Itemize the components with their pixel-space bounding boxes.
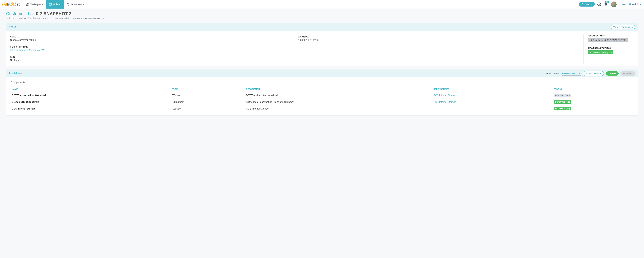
table-row: Dremio SQL Output Port Outputport All th… bbox=[11, 99, 633, 105]
about-main: NAME finance.customer-risk.0.2 CREATED A… bbox=[10, 34, 584, 64]
shield-icon bbox=[66, 3, 70, 6]
search-label: Search bbox=[585, 3, 592, 5]
notif-badge: 99+ bbox=[605, 1, 610, 3]
col-dep[interactable]: DEPENDENCIES bbox=[432, 87, 553, 92]
comp-type: Workload bbox=[172, 92, 245, 99]
release-status-version: (0.2-SNAPSHOT-2) bbox=[607, 39, 626, 41]
comp-name: Dremio SQL Output Port bbox=[11, 99, 172, 105]
comp-desc: DBT Transformation Workload bbox=[245, 92, 432, 99]
breadcrumb-item[interactable]: Customer Risk bbox=[53, 17, 69, 20]
name-value: finance.customer-risk.0.2 bbox=[10, 39, 291, 41]
nav-label: Marketplace bbox=[30, 3, 43, 6]
nav-label: Builder bbox=[53, 3, 61, 6]
release-status-label: RELEASE STATUS bbox=[588, 35, 634, 37]
breadcrumb-item[interactable]: Software Catalog bbox=[30, 17, 49, 20]
grid-icon bbox=[26, 3, 29, 6]
main-nav: Marketplace Builder Governance bbox=[23, 0, 87, 8]
code-icon bbox=[49, 3, 52, 6]
view-in-marketplace-button[interactable]: View in Marketplace bbox=[611, 25, 635, 29]
status-badge: DEPLOYED (0.1) bbox=[554, 107, 571, 110]
settings-button[interactable] bbox=[598, 2, 601, 6]
provisioning-panel: Provisioning Environment: Development Sh… bbox=[6, 70, 638, 115]
check-icon bbox=[589, 51, 592, 54]
provisioning-title: Provisioning bbox=[9, 72, 24, 75]
dp-status-version: (0.1) bbox=[607, 51, 612, 54]
svg-rect-1 bbox=[28, 3, 28, 4]
about-title: About bbox=[9, 25, 16, 28]
page: Customer Risk 0.2-SNAPSHOT-2 witboost/ B… bbox=[0, 9, 644, 126]
nav-builder[interactable]: Builder bbox=[46, 0, 64, 8]
breadcrumb-item[interactable]: witboost bbox=[6, 17, 15, 20]
breadcrumb-item[interactable]: Release bbox=[73, 17, 82, 20]
col-status[interactable]: STATUS bbox=[553, 87, 633, 92]
col-name[interactable]: NAME bbox=[11, 87, 172, 92]
env-dropdown[interactable]: Development bbox=[562, 71, 581, 76]
dp-status-text: Development bbox=[593, 51, 606, 54]
col-desc[interactable]: DESCRIPTION bbox=[245, 87, 432, 92]
nav-label: Governance bbox=[71, 3, 84, 6]
created-value: 2024/03/28 11:27:06 bbox=[298, 39, 578, 41]
about-panel: About View in Marketplace NAME finance.c… bbox=[6, 23, 638, 66]
svg-rect-3 bbox=[28, 4, 28, 5]
svg-rect-0 bbox=[26, 3, 27, 4]
show-descriptor-button[interactable]: Show Descriptor bbox=[583, 71, 604, 76]
components-table: NAME TYPE DESCRIPTION DEPENDENCIES STATU… bbox=[11, 87, 633, 112]
comp-name: GCS Internal Storage bbox=[11, 105, 172, 112]
repo-label: REPOSITORY LINK bbox=[10, 46, 578, 48]
breadcrumb-item[interactable]: Builder bbox=[19, 17, 26, 20]
svg-point-5 bbox=[582, 3, 584, 5]
cancel-circle-icon bbox=[589, 39, 592, 41]
tags-label: TAGS bbox=[10, 56, 578, 58]
user-menu[interactable]: Lorenzo Pirazzini bbox=[620, 3, 641, 6]
svg-point-6 bbox=[599, 4, 600, 5]
dp-status-label: DATA PRODUCT STATUS bbox=[588, 47, 634, 49]
status-badge: DEPLOYED (0.1) bbox=[554, 100, 571, 104]
breadcrumb-current: 0.2-SNAPSHOT-2 bbox=[85, 17, 106, 20]
environment-selector: Environment: Development bbox=[546, 71, 581, 76]
name-label: NAME bbox=[10, 36, 291, 38]
top-actions: 99+ Lorenzo Pirazzini bbox=[598, 1, 641, 7]
env-label: Environment: bbox=[546, 72, 560, 75]
status-badge: NOT DEPLOYED bbox=[554, 94, 571, 97]
created-label: CREATED AT bbox=[298, 36, 578, 38]
comp-desc: GCS Internal Storage bbox=[245, 105, 432, 112]
page-title: Customer Risk 0.2-SNAPSHOT-2 bbox=[6, 11, 638, 16]
components-subtitle: Components bbox=[11, 81, 633, 84]
search-button[interactable]: Search bbox=[579, 2, 594, 6]
provisioning-header: Provisioning Environment: Development Sh… bbox=[6, 70, 638, 77]
undeploy-button: Undeploy bbox=[620, 71, 635, 76]
comp-type: Outputport bbox=[172, 99, 245, 105]
nav-governance[interactable]: Governance bbox=[64, 0, 87, 8]
logo[interactable]: witbst bbox=[2, 2, 20, 6]
breadcrumb: witboost/ Builder/ Software Catalog/ Cus… bbox=[6, 17, 638, 20]
title-name: Customer Risk bbox=[6, 11, 35, 16]
chevron-down-icon bbox=[639, 3, 641, 5]
topbar: witbst Marketplace Builder Governance Se… bbox=[0, 0, 644, 9]
user-name-label: Lorenzo Pirazzini bbox=[620, 3, 638, 6]
title-version: 0.2-SNAPSHOT-2 bbox=[36, 11, 72, 16]
table-row: GCS Internal Storage Storage GCS Interna… bbox=[11, 105, 633, 112]
about-side: RELEASE STATUS Development (0.2-SNAPSHOT… bbox=[584, 34, 634, 64]
comp-desc: All the most important risk traits of a … bbox=[245, 99, 432, 105]
repo-link[interactable]: https://gitlab.com/AgileFactory/W... bbox=[10, 49, 578, 51]
search-icon bbox=[582, 3, 584, 5]
nav-marketplace[interactable]: Marketplace bbox=[23, 0, 46, 8]
deploy-button[interactable]: Deploy bbox=[606, 71, 618, 76]
release-status-chip: Development (0.2-SNAPSHOT-2) bbox=[588, 38, 628, 42]
dependency-link[interactable]: GCS Internal Storage bbox=[433, 94, 456, 97]
comp-name: DBT Transformation Workload bbox=[11, 92, 172, 99]
release-status-text: Development bbox=[593, 39, 606, 41]
dependency-link[interactable]: GCS Internal Storage bbox=[433, 101, 456, 103]
tags-value: No Tags bbox=[10, 59, 578, 61]
table-row: DBT Transformation Workload Workload DBT… bbox=[11, 92, 633, 99]
notifications-button[interactable]: 99+ bbox=[604, 2, 608, 6]
dp-status-chip: Development (0.1) bbox=[588, 50, 613, 54]
comp-type: Storage bbox=[172, 105, 245, 112]
col-type[interactable]: TYPE bbox=[172, 87, 245, 92]
about-header: About View in Marketplace bbox=[6, 23, 638, 31]
avatar[interactable] bbox=[611, 1, 616, 7]
svg-rect-2 bbox=[26, 4, 27, 5]
